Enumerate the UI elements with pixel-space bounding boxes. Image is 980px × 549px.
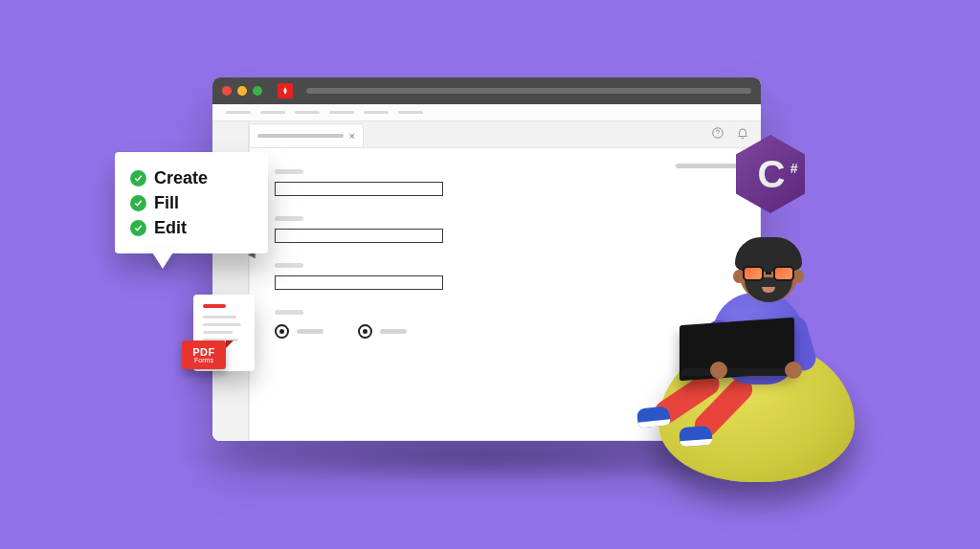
laptop-base bbox=[680, 368, 793, 376]
form-field-1 bbox=[275, 169, 735, 197]
feature-item-edit: Edit bbox=[130, 215, 253, 240]
radio-group-label bbox=[275, 310, 303, 315]
help-icon[interactable] bbox=[711, 126, 724, 143]
acrobat-logo-icon bbox=[278, 83, 293, 99]
window-titlebar bbox=[212, 77, 761, 104]
field-label bbox=[275, 216, 303, 221]
window-close-button[interactable] bbox=[222, 86, 232, 96]
document-tab[interactable]: × bbox=[249, 123, 364, 147]
document-tabbar: × bbox=[249, 121, 761, 148]
window-zoom-button[interactable] bbox=[253, 86, 262, 96]
character-hand bbox=[710, 362, 727, 379]
character-illustration bbox=[620, 237, 869, 486]
check-icon bbox=[130, 170, 146, 187]
glasses-icon bbox=[743, 266, 794, 283]
character-hand bbox=[785, 362, 802, 379]
radio-option-label bbox=[380, 329, 407, 334]
feature-item-create: Create bbox=[130, 165, 253, 190]
text-input[interactable] bbox=[275, 229, 443, 243]
svg-point-3 bbox=[718, 135, 719, 136]
page-action-placeholder bbox=[676, 164, 737, 168]
csharp-badge: C # bbox=[736, 135, 805, 213]
csharp-hash: # bbox=[791, 161, 796, 176]
app-menubar bbox=[212, 104, 761, 121]
feature-label: Fill bbox=[154, 190, 179, 215]
window-title-placeholder bbox=[306, 88, 751, 94]
menu-item[interactable] bbox=[398, 111, 423, 114]
pdf-flag-subtitle: Forms bbox=[194, 357, 213, 363]
csharp-letter: C # bbox=[758, 153, 784, 196]
check-icon bbox=[130, 195, 146, 211]
feature-label: Create bbox=[154, 165, 208, 190]
field-label bbox=[275, 263, 303, 268]
menu-item[interactable] bbox=[226, 111, 251, 114]
document-tab-title bbox=[257, 134, 344, 138]
tab-close-icon[interactable]: × bbox=[349, 131, 355, 142]
menu-item[interactable] bbox=[295, 111, 320, 114]
menu-item[interactable] bbox=[260, 111, 285, 114]
callout-pointer bbox=[149, 248, 176, 269]
radio-option-label bbox=[297, 329, 323, 334]
menu-item[interactable] bbox=[329, 111, 354, 114]
feature-label: Edit bbox=[154, 215, 187, 240]
window-minimize-button[interactable] bbox=[237, 86, 247, 96]
check-icon bbox=[130, 220, 146, 236]
radio-option[interactable] bbox=[275, 324, 289, 339]
radio-option[interactable] bbox=[358, 324, 372, 339]
menu-item[interactable] bbox=[364, 111, 389, 114]
text-input[interactable] bbox=[275, 182, 443, 196]
character-shoe bbox=[636, 406, 671, 428]
character-shoe bbox=[679, 426, 712, 447]
feature-item-fill: Fill bbox=[130, 190, 253, 215]
feature-callout: Create Fill Edit bbox=[115, 152, 268, 272]
field-label bbox=[275, 169, 303, 174]
pdf-forms-preview: PDF Forms bbox=[193, 295, 264, 383]
pdf-forms-flag: PDF Forms bbox=[182, 340, 226, 369]
text-input[interactable] bbox=[275, 275, 443, 290]
